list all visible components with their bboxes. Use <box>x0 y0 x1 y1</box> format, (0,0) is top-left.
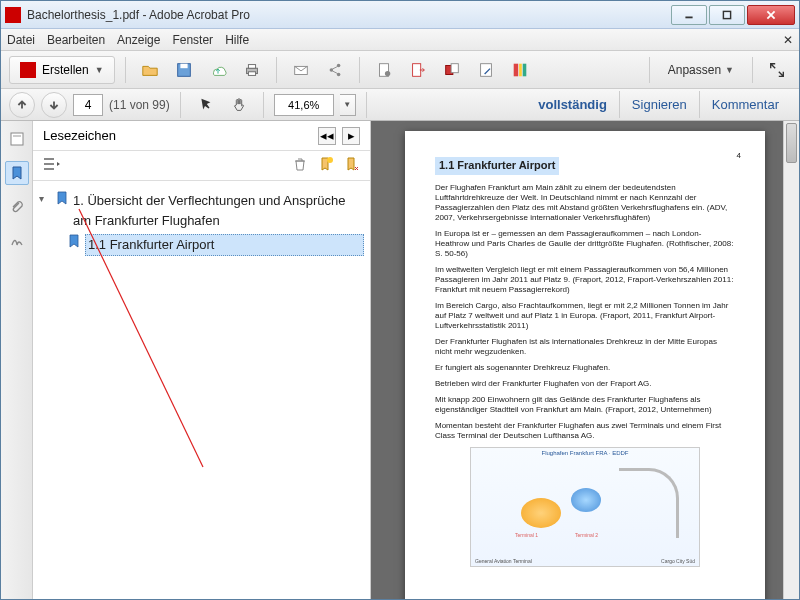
doc-p2: In Europa ist er – gemessen an dem Passa… <box>435 229 735 259</box>
new-bookmark-icon[interactable] <box>318 156 334 175</box>
toolbar-main: Erstellen ▼ Anpassen ▼ <box>1 51 799 89</box>
close-button[interactable] <box>747 5 795 25</box>
zoom-dropdown[interactable]: ▼ <box>340 94 356 116</box>
bookmarks-title: Lesezeichen <box>43 128 312 143</box>
email-button[interactable] <box>287 56 315 84</box>
export-button[interactable] <box>404 56 432 84</box>
edit-pdf-button[interactable] <box>370 56 398 84</box>
svg-rect-18 <box>480 63 491 76</box>
customize-label: Anpassen <box>668 63 721 77</box>
save-button[interactable] <box>170 56 198 84</box>
prev-page-button[interactable] <box>9 92 35 118</box>
bookmarks-next-icon[interactable]: ▸ <box>342 127 360 145</box>
select-tool-button[interactable] <box>191 91 219 119</box>
bookmarks-panel: Lesezeichen ◂◂ ▸ ▾ 1. Übersicht der Verf… <box>33 121 371 599</box>
document-view[interactable]: 4 1.1 Frankfurter Airport Der Flughafen … <box>371 121 799 599</box>
doc-figure: Flughafen Frankfurt FRA · EDDF Terminal … <box>470 447 700 567</box>
scrollbar-thumb[interactable] <box>786 123 797 163</box>
svg-rect-7 <box>248 64 255 68</box>
text-edit-button[interactable] <box>472 56 500 84</box>
delete-bookmark-icon[interactable] <box>292 156 308 175</box>
content-area: Lesezeichen ◂◂ ▸ ▾ 1. Übersicht der Verf… <box>1 121 799 599</box>
menu-fenster[interactable]: Fenster <box>172 33 213 47</box>
doc-heading: 1.1 Frankfurter Airport <box>435 157 559 175</box>
svg-rect-1 <box>723 11 730 18</box>
svg-point-14 <box>385 70 390 75</box>
bookmark-label-1-1: 1.1 Frankfurter Airport <box>85 234 364 256</box>
bookmark-label-1: 1. Übersicht der Verflechtungen und Ansp… <box>73 191 364 230</box>
forms-button[interactable] <box>506 56 534 84</box>
new-bookmark-from-structure-icon[interactable] <box>344 156 360 175</box>
print-button[interactable] <box>238 56 266 84</box>
page-input[interactable] <box>73 94 103 116</box>
chevron-down-icon: ▼ <box>725 65 734 75</box>
menu-hilfe[interactable]: Hilfe <box>225 33 249 47</box>
bookmarks-prev-icon[interactable]: ◂◂ <box>318 127 336 145</box>
bookmark-icon <box>55 191 69 205</box>
tab-signieren[interactable]: Signieren <box>620 91 699 118</box>
acrobat-icon <box>5 7 21 23</box>
bookmarks-tab[interactable] <box>5 161 29 185</box>
svg-rect-26 <box>44 168 54 170</box>
nav-sidebar <box>1 121 33 599</box>
svg-rect-25 <box>44 163 54 165</box>
svg-rect-23 <box>13 135 21 137</box>
doc-p8: Mit knapp 200 Einwohnern gilt das Geländ… <box>435 395 735 415</box>
create-label: Erstellen <box>42 63 89 77</box>
open-button[interactable] <box>136 56 164 84</box>
bookmark-item-1[interactable]: ▾ 1. Übersicht der Verflechtungen und An… <box>39 189 364 232</box>
menu-datei[interactable]: Datei <box>7 33 35 47</box>
chevron-down-icon: ▼ <box>95 65 104 75</box>
tab-kommentar[interactable]: Kommentar <box>700 91 791 118</box>
toolbar-nav: (11 von 99) 41,6% ▼ vollständig Signiere… <box>1 89 799 121</box>
fullscreen-button[interactable] <box>763 56 791 84</box>
bookmark-item-1-1[interactable]: 1.1 Frankfurter Airport <box>39 232 364 258</box>
doc-p3: Im weltweiten Vergleich liegt er mit ein… <box>435 265 735 295</box>
zoom-value[interactable]: 41,6% <box>274 94 334 116</box>
svg-rect-15 <box>412 63 420 76</box>
collapse-icon[interactable]: ▾ <box>39 191 51 206</box>
titlebar: Bachelorthesis_1.pdf - Adobe Acrobat Pro <box>1 1 799 29</box>
menu-anzeige[interactable]: Anzeige <box>117 33 160 47</box>
bookmarks-options-icon[interactable] <box>43 156 61 175</box>
next-page-button[interactable] <box>41 92 67 118</box>
maximize-button[interactable] <box>709 5 745 25</box>
bookmark-icon <box>67 234 81 248</box>
svg-point-27 <box>327 157 333 163</box>
signatures-tab[interactable] <box>5 229 29 253</box>
figure-terminal2: Terminal 2 <box>575 532 598 538</box>
doc-p5: Der Frankfurter Flughafen ist als intern… <box>435 337 735 357</box>
create-button[interactable]: Erstellen ▼ <box>9 56 115 84</box>
window-title: Bachelorthesis_1.pdf - Adobe Acrobat Pro <box>27 8 671 22</box>
svg-rect-19 <box>513 63 518 76</box>
minimize-button[interactable] <box>671 5 707 25</box>
svg-rect-8 <box>248 71 255 75</box>
thumbnails-tab[interactable] <box>5 127 29 151</box>
hand-tool-button[interactable] <box>225 91 253 119</box>
figure-caption: Flughafen Frankfurt FRA · EDDF <box>471 450 699 458</box>
doc-p9: Momentan besteht der Frankfurter Flughaf… <box>435 421 735 441</box>
combine-button[interactable] <box>438 56 466 84</box>
vertical-scrollbar[interactable] <box>783 121 799 599</box>
svg-rect-5 <box>180 63 187 67</box>
doc-p7: Betrieben wird der Frankfurter Flughafen… <box>435 379 735 389</box>
cloud-button[interactable] <box>204 56 232 84</box>
figure-legend-right: Cargo City Süd <box>661 558 695 564</box>
doc-p4: Im Bereich Cargo, also Frachtaufkommen, … <box>435 301 735 331</box>
tab-vollstaendig[interactable]: vollständig <box>526 91 619 118</box>
customize-button[interactable]: Anpassen ▼ <box>660 63 742 77</box>
pdf-icon <box>20 62 36 78</box>
svg-rect-17 <box>451 63 458 72</box>
bookmarks-tree: ▾ 1. Übersicht der Verflechtungen und An… <box>33 181 370 599</box>
share-button[interactable] <box>321 56 349 84</box>
pdf-page: 4 1.1 Frankfurter Airport Der Flughafen … <box>405 131 765 599</box>
doc-p6: Er fungiert als sogenannter Drehkreuz Fl… <box>435 363 735 373</box>
close-doc-icon[interactable]: ✕ <box>783 33 793 47</box>
svg-rect-24 <box>44 158 54 160</box>
menubar: Datei Bearbeiten Anzeige Fenster Hilfe ✕ <box>1 29 799 51</box>
menu-bearbeiten[interactable]: Bearbeiten <box>47 33 105 47</box>
svg-rect-21 <box>522 63 526 76</box>
svg-rect-22 <box>11 133 23 145</box>
figure-terminal1: Terminal 1 <box>515 532 538 538</box>
attachments-tab[interactable] <box>5 195 29 219</box>
